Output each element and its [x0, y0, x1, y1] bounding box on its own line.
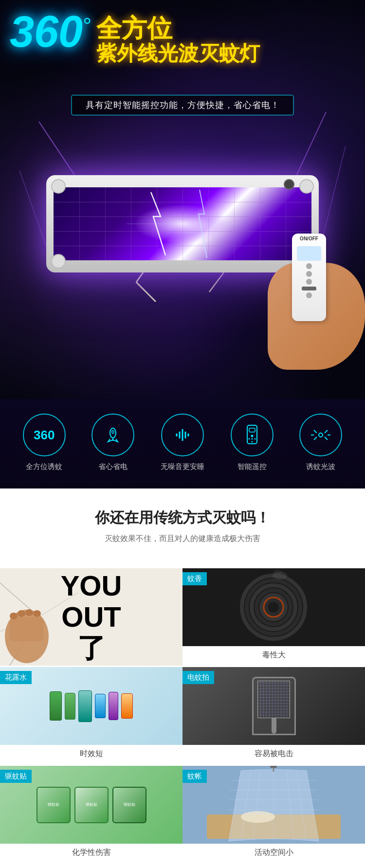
mosquito-coil-label: 蚊香 [182, 572, 207, 585]
flower-dew-label: 花露水 [0, 671, 32, 684]
rocket-icon [103, 425, 123, 445]
swatter-handle [272, 718, 276, 734]
swatter-grid [257, 681, 290, 718]
svg-rect-34 [10, 617, 44, 641]
feature-icon-power-circle [91, 414, 134, 456]
hero-title-area: 360 ° 全方位 紫外线光波灭蚊灯 [0, 10, 365, 65]
traditional-section: 你还在用传统方式灭蚊吗！ 灭蚊效果不佳，而且对人的健康造成极大伤害 [0, 488, 365, 568]
bottle-1 [50, 691, 62, 721]
mosquito-net-label: 蚊帐 [182, 770, 207, 783]
flower-dew-caption: 时效短 [0, 745, 182, 766]
flower-dew-image: 花露水 [0, 667, 182, 745]
svg-point-23 [254, 438, 256, 440]
mosquito-net-image: 蚊帐 [182, 766, 365, 844]
svg-point-22 [248, 438, 250, 440]
flower-dew-card: 花露水 时效短 [0, 667, 182, 766]
trad-subtitle: 灭蚊效果不佳，而且对人的健康造成极大伤害 [10, 534, 355, 544]
features-section: 360 全方位诱蚊 省心省电 [0, 399, 365, 488]
net-svg [182, 766, 365, 844]
hero-degree: ° [83, 15, 91, 36]
mosquito-coil-card: 蚊香 毒性大 [182, 568, 365, 667]
electric-swatter-image: 电蚊拍 [182, 667, 365, 745]
wave-icon [310, 426, 331, 444]
you-out-text: YOU OUT 了 [61, 570, 122, 663]
hero-360-number: 360 [10, 10, 83, 54]
patch-2: 驱蚊贴 [74, 787, 109, 823]
repellent-patch-image: 驱蚊贴 驱蚊贴 驱蚊贴 驱蚊贴 [0, 766, 182, 844]
electric-swatter-card: 电蚊拍 容易被电击 [182, 667, 365, 766]
repellent-patch-caption: 化学性伤害 [0, 844, 182, 865]
feature-label-4: 诱蚊光波 [306, 462, 335, 471]
hero-title-line2: 紫外线光波灭蚊灯 [96, 42, 260, 65]
remote-device: ON/OFF [292, 234, 326, 321]
feature-360-text: 360 [34, 428, 55, 443]
repellent-patch-label: 驱蚊贴 [0, 770, 32, 783]
hero-subtitle-text: 具有定时智能摇控功能，方便快捷，省心省电！ [86, 100, 280, 110]
bottle-6 [121, 693, 133, 719]
svg-point-36 [18, 610, 25, 617]
electric-swatter-label: 电蚊拍 [182, 671, 214, 684]
lamp-mount-right [299, 179, 314, 194]
bottle-5 [109, 692, 118, 720]
mosquito-coil-caption: 毒性大 [182, 646, 365, 667]
svg-point-21 [251, 435, 253, 437]
feature-item-wave: 诱蚊光波 [299, 414, 342, 471]
svg-point-37 [25, 609, 33, 616]
patch-1: 驱蚊贴 [36, 787, 71, 823]
svg-point-60 [241, 811, 275, 823]
feature-icon-wave-circle [299, 414, 342, 456]
you-out-line3: 了 [61, 633, 122, 664]
swatter-shape [252, 677, 296, 735]
feature-label-2: 无噪音更安睡 [161, 462, 204, 471]
feature-label-3: 智能遥控 [237, 462, 267, 471]
feature-item-silent: 无噪音更安睡 [161, 414, 204, 471]
mosquito-net-card: 蚊帐 [182, 766, 365, 865]
svg-point-26 [319, 433, 323, 437]
feature-icon-silent-circle [161, 414, 204, 456]
soundwave-icon [172, 425, 193, 445]
svg-point-38 [33, 610, 41, 617]
remote-hand-area: ON/OFF [229, 224, 365, 370]
feature-item-power: 省心省电 [91, 414, 134, 471]
hero-title-right: 全方位 紫外线光波灭蚊灯 [96, 15, 260, 65]
feature-item-360: 360 全方位诱蚊 [23, 414, 66, 471]
svg-rect-62 [270, 766, 277, 768]
svg-point-13 [112, 431, 114, 434]
second-products-row: 花露水 时效短 电蚊拍 容易被电击 [0, 667, 365, 766]
patch-3: 驱蚊贴 [112, 787, 146, 823]
timer-dial [284, 179, 294, 190]
lamp-mount-bl [51, 254, 66, 269]
bottle-2 [65, 693, 75, 720]
features-row: 360 全方位诱蚊 省心省电 [10, 414, 355, 471]
feature-item-remote: 智能遥控 [231, 414, 274, 471]
hero-section: 360 ° 全方位 紫外线光波灭蚊灯 具有定时智能摇控功能，方便快捷，省心省电！ [0, 0, 365, 399]
mosquito-net-caption: 活动空间小 [182, 844, 365, 865]
feature-icon-360-circle: 360 [23, 414, 66, 456]
you-out-line1: YOU [61, 570, 122, 601]
feature-label-0: 全方位诱蚊 [26, 462, 62, 471]
coil-spiral-svg [182, 568, 365, 646]
trad-title: 你还在用传统方式灭蚊吗！ [10, 508, 355, 528]
svg-point-35 [10, 613, 18, 619]
feature-label-1: 省心省电 [98, 462, 128, 471]
bottle-3 [78, 690, 92, 722]
svg-rect-20 [249, 428, 255, 432]
bottle-4 [95, 694, 106, 718]
svg-point-24 [251, 438, 253, 440]
hero-title-line1: 全方位 [96, 15, 260, 42]
electric-swatter-caption: 容易被电击 [182, 745, 365, 766]
lamp-mount-left [51, 179, 66, 194]
hero-subtitle-banner: 具有定时智能摇控功能，方便快捷，省心省电！ [72, 95, 294, 115]
svg-point-25 [251, 441, 253, 443]
you-out-cell: YOU OUT 了 [0, 568, 182, 666]
remote-icon [244, 424, 260, 446]
feature-icon-remote-circle [231, 414, 274, 456]
svg-point-48 [273, 570, 282, 575]
you-out-line2: OUT [61, 601, 122, 633]
svg-point-11 [110, 428, 116, 438]
mosquito-coil-image: 蚊香 [182, 568, 365, 646]
third-products-row: 驱蚊贴 驱蚊贴 驱蚊贴 驱蚊贴 化学性伤害 蚊帐 [0, 766, 365, 865]
repellent-patch-card: 驱蚊贴 驱蚊贴 驱蚊贴 驱蚊贴 化学性伤害 [0, 766, 182, 865]
you-out-row: YOU OUT 了 蚊香 毒性 [0, 568, 365, 667]
